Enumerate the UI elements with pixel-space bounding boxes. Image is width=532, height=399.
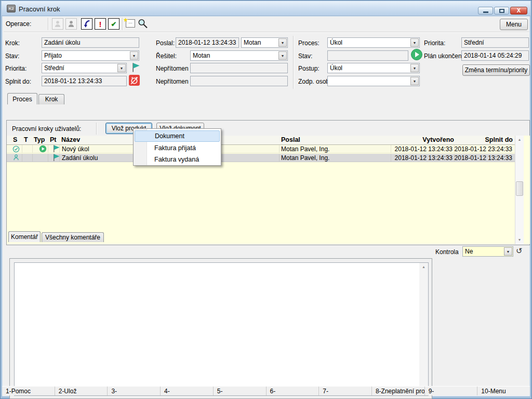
priorita2-field[interactable]: Střední [461,37,529,48]
stav2-field[interactable] [327,50,408,61]
chevron-down-icon[interactable]: ▼ [410,77,419,85]
confirm-check-icon[interactable]: ✔ [108,18,119,30]
history-icon[interactable]: ↺ [516,246,523,256]
person-dark-icon [67,20,75,28]
col-header-splnit-do[interactable]: Splnit do [485,136,513,143]
poslal-person-combo[interactable]: Motan▼ [241,37,288,48]
fkey-2-uloz[interactable]: 2-Ulož [55,387,108,395]
fkey-3[interactable]: 3- [108,387,161,395]
fkey-9[interactable]: 9- [425,387,478,395]
user-assign-icon[interactable] [52,18,63,30]
tab-proces[interactable]: Proces [7,93,37,104]
row-poslal: Motan Pavel, Ing. [281,154,329,162]
poslal-date-field[interactable]: 2018-01-12 13:24:33 [176,37,239,48]
menu-button[interactable]: Menu [500,19,528,30]
maximize-button[interactable] [494,7,509,15]
splnit-do-label: Splnit do: [5,78,31,85]
col-header-nazev[interactable]: Název [61,136,80,143]
chevron-down-icon[interactable]: ▼ [410,38,419,47]
close-button[interactable]: X [510,7,527,15]
menu-item-dokument[interactable]: Dokument [135,130,220,142]
scroll-up-icon[interactable]: ▲ [419,263,428,271]
krok-field[interactable]: Zadání úkolu [42,37,139,48]
zodp-osoba-combo[interactable]: ▼ [327,76,420,86]
col-header-vytvoreno[interactable]: Vytvořeno [422,136,454,143]
fkey-7[interactable]: 7- [319,387,372,395]
nepritomen-od-field[interactable] [190,63,288,73]
maximize-icon [499,9,504,13]
toolbar-separator [48,18,49,30]
scroll-up-icon[interactable]: ▲ [515,136,524,144]
splnit-do-field[interactable]: 2018-01-12 13:24:33 [42,76,127,86]
table-right-gutter [524,136,530,244]
row-poslal: Motan Pavel, Ing. [281,145,329,153]
scroll-down-icon[interactable]: ▼ [515,236,524,244]
comment-panel: ▲ ▼ [9,258,432,399]
comment-textarea[interactable] [14,262,429,396]
fkey-1-pomoc[interactable]: 1-Pomoc [2,387,55,395]
chevron-down-icon[interactable]: ▼ [117,64,126,72]
insert-context-menu: Dokument Faktura přijatá Faktura vydaná [133,128,221,166]
menu-item-faktura-vydana[interactable]: Faktura vydaná [135,154,220,165]
user-forward-icon[interactable] [65,18,77,30]
chevron-down-icon[interactable]: ▼ [410,64,419,72]
minimize-button[interactable] [478,7,493,15]
tab-krok[interactable]: Krok [38,94,64,104]
proces-combo[interactable]: Úkol▼ [327,37,420,48]
application-window: K2 Pracovní krok X Operace: ! ✔ ... ★ Me… [0,0,532,399]
priorita-label: Priorita: [5,65,26,72]
start-play-icon[interactable] [410,48,423,62]
priorita-combo[interactable]: Střední▼ [42,63,127,73]
row-vytvoreno: 2018-01-12 13:24:33 [395,145,453,153]
postup-combo[interactable]: Úkol▼ [327,63,420,73]
titlebar: K2 Pracovní krok X [2,1,530,16]
plan-ukonceni-field[interactable]: 2018-01-14 05:24:29 [461,50,529,61]
return-step-icon[interactable] [81,18,92,30]
priority-flag-icon [131,62,141,74]
chevron-down-icon[interactable]: ▼ [278,51,287,60]
fkey-5[interactable]: 5- [214,387,267,395]
chevron-down-icon[interactable]: ▼ [278,38,287,47]
resitel-combo[interactable]: Motan▼ [190,50,288,61]
fkey-10-menu[interactable]: 10-Menu [477,387,530,395]
zoom-icon[interactable] [137,18,148,31]
tab-komentar[interactable]: Komentář [8,231,41,242]
chevron-down-icon[interactable]: ▼ [130,51,138,60]
table-row[interactable]: Nový úkol Motan Pavel, Ing. 2018-01-12 1… [7,145,515,153]
comment-scrollbar[interactable]: ▲ ▼ [419,263,428,395]
fkey-4[interactable]: 4- [161,387,214,395]
table-row-selected[interactable]: Zadání úkolu Motan Pavel, Ing. 2018-01-1… [7,154,515,162]
resitel-value: Motan [193,52,210,59]
fkey-6[interactable]: 6- [267,387,320,395]
toolbar-divider [4,32,529,33]
row-splnit-do: 2018-01-12 23:24:33 [455,145,512,153]
table-header-row[interactable]: S T Typ Pt Název Poslal Vytvořeno Splnit… [7,136,515,145]
chevron-down-icon[interactable]: ▼ [504,247,512,256]
col-header-poslal[interactable]: Poslal [281,136,300,143]
col-header-pt[interactable]: Pt [50,136,57,143]
person-icon [54,20,62,28]
table-scrollbar[interactable]: ▲ ▼ [515,136,524,244]
kontrola-combo[interactable]: Ne▼ [462,246,513,257]
stav-combo[interactable]: Přijato▼ [42,50,139,61]
stav2-label: Stav: [298,52,312,60]
priorita2-label: Priorita: [424,39,445,47]
menu-item-faktura-prijata[interactable]: Faktura přijatá [135,142,220,154]
postup-value: Úkol [330,64,342,72]
client-area: Operace: ! ✔ ... ★ Menu Krok: Zadání úko… [2,16,530,396]
row-nazev: Zadání úkolu [62,154,98,162]
kontrola-label: Kontrola [435,248,459,256]
change-deadline-button[interactable]: Změna termínu/priority [462,64,530,76]
new-star-icon: ★ [123,17,128,23]
priority-exclamation-icon[interactable]: ! [95,18,106,30]
col-header-t[interactable]: T [24,136,28,143]
fkey-8-zneplatneni[interactable]: 8-Zneplatnění produ [372,387,425,395]
operations-label: Operace: [6,20,31,28]
nepritomen-do-field[interactable] [190,76,288,86]
scrollbar-thumb[interactable] [516,181,523,196]
row-nazev: Nový úkol [62,145,89,153]
tab-vsechny-komentare[interactable]: Všechny komentáře [42,232,104,242]
stav-label: Stav: [5,52,19,60]
col-header-s[interactable]: S [13,136,17,143]
col-header-typ[interactable]: Typ [34,136,45,143]
